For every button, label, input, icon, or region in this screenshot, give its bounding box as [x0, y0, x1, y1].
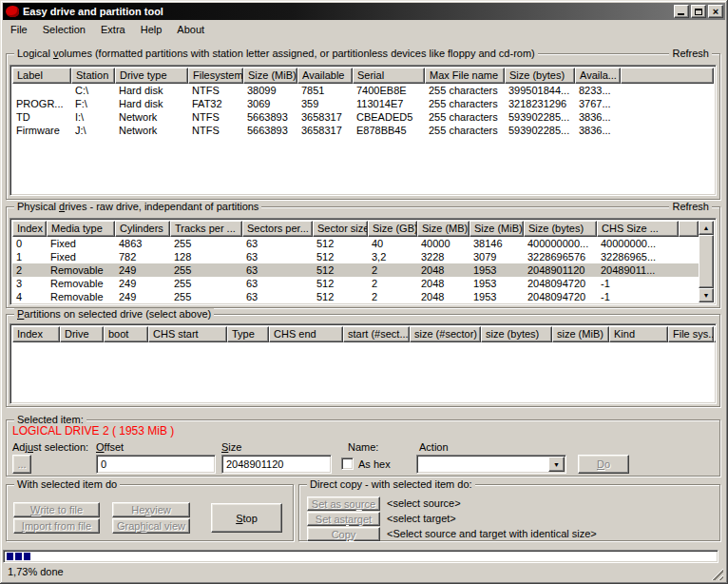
physical-drives-table[interactable]: ▲ ▼ IndexMedia typeCylindersTracks per .…: [10, 218, 717, 305]
column-header[interactable]: Index: [12, 326, 60, 342]
triangle-down-icon: ▼: [703, 292, 710, 299]
column-header[interactable]: Station: [71, 68, 115, 84]
logical-volumes-group: Logical volumes (formatted partitions wi…: [6, 53, 720, 200]
column-header[interactable]: Cylinders: [115, 221, 170, 237]
menu-extra[interactable]: Extra: [93, 22, 133, 37]
scroll-down-button[interactable]: ▼: [699, 288, 714, 302]
column-header[interactable]: Type: [227, 326, 269, 342]
physical-drives-refresh-link[interactable]: Refresh: [669, 201, 712, 213]
adjust-ellipsis-button[interactable]: ...: [12, 455, 31, 474]
table-row[interactable]: 1Fixed782128635123,232283079322869657632…: [12, 250, 699, 263]
table-cell: 128: [170, 250, 242, 263]
column-header[interactable]: Drive type: [115, 68, 188, 84]
table-cell: 1953: [469, 290, 524, 302]
logical-volumes-refresh-link[interactable]: Refresh: [669, 48, 712, 60]
column-header-filler: [714, 326, 717, 342]
column-header[interactable]: Size (MiB): [243, 68, 297, 84]
column-header[interactable]: Kind: [609, 326, 668, 342]
table-row[interactable]: 3Removable249255635122204819532048094720…: [12, 277, 699, 290]
progress-block: [15, 553, 22, 560]
as-hex-checkbox[interactable]: [341, 457, 354, 470]
partitions-table[interactable]: IndexDrivebootCHS startTypeCHS endstart …: [10, 323, 717, 404]
table-row[interactable]: 4Removable249255635122204819532048094720…: [12, 290, 699, 302]
column-header[interactable]: Size (bytes): [505, 68, 575, 84]
column-header[interactable]: Size (MiB): [469, 221, 524, 237]
table-cell: 2048094720: [524, 290, 597, 302]
menu-help[interactable]: Help: [133, 22, 170, 37]
table-cell: 255 characters: [425, 84, 505, 97]
vertical-scrollbar[interactable]: ▲ ▼: [699, 221, 714, 302]
column-header[interactable]: Drive: [60, 326, 104, 342]
column-header[interactable]: Index: [12, 221, 47, 237]
column-header[interactable]: Available: [297, 68, 353, 84]
menu-about[interactable]: About: [169, 22, 212, 37]
table-cell: 3658317: [297, 124, 353, 137]
action-select[interactable]: ▼: [416, 455, 566, 474]
stop-button[interactable]: Stop: [211, 503, 282, 533]
table-row[interactable]: FirmwareJ:\NetworkNTFS56638933658317E878…: [12, 124, 714, 137]
offset-input[interactable]: [96, 455, 216, 474]
column-header[interactable]: Size (MB): [417, 221, 469, 237]
column-header[interactable]: CHS Size ...: [597, 221, 679, 237]
table-cell: -1: [597, 277, 679, 290]
scrollbar-thumb[interactable]: [699, 235, 714, 288]
resize-grip[interactable]: [711, 568, 723, 580]
table-row[interactable]: 0Fixed486325563512404000038146400000000.…: [12, 237, 699, 250]
copy-button[interactable]: Copy: [307, 527, 380, 541]
set-as-target-button[interactable]: Set as target: [307, 512, 380, 526]
table-cell: Removable: [47, 277, 115, 290]
column-header[interactable]: Max File name: [425, 68, 505, 84]
table-cell: 255 characters: [425, 110, 505, 124]
column-header[interactable]: Media type: [47, 221, 115, 237]
graphical-view-button[interactable]: Graphical view: [112, 518, 190, 534]
import-from-file-button[interactable]: Import from file: [13, 518, 100, 534]
table-row[interactable]: C:\Hard diskNTFS3809978517400EB8E255 cha…: [12, 84, 714, 97]
table-cell: 1: [12, 250, 47, 263]
column-header[interactable]: Size (GB): [368, 221, 417, 237]
table-cell: PROGR...: [12, 97, 71, 110]
column-header[interactable]: CHS start: [148, 326, 227, 342]
column-header[interactable]: Size (bytes): [524, 221, 597, 237]
table-row[interactable]: 2Removable249255635122204819532048901120…: [12, 263, 699, 277]
column-header[interactable]: Sector size: [313, 221, 368, 237]
close-button[interactable]: ×: [708, 5, 723, 18]
column-header[interactable]: size (MiB): [552, 326, 609, 342]
column-header[interactable]: size (bytes): [481, 326, 552, 342]
hex-view-button[interactable]: Hex view: [112, 502, 190, 517]
menu-file[interactable]: File: [3, 22, 35, 37]
column-header[interactable]: CHS end: [269, 326, 343, 342]
table-cell: 593902285...: [505, 110, 575, 124]
column-header[interactable]: Tracks per ...: [170, 221, 242, 237]
column-header[interactable]: start (#sect...: [343, 326, 410, 342]
set-as-source-button[interactable]: Set as source: [307, 496, 380, 511]
column-header[interactable]: Serial: [353, 68, 425, 84]
do-button[interactable]: Do: [578, 455, 629, 474]
table-cell: Network: [115, 124, 188, 137]
table-cell: 255: [170, 237, 242, 250]
title-bar[interactable]: Easy drive and partition tool ×: [3, 3, 725, 20]
dropdown-arrow-icon: ▼: [553, 461, 560, 468]
column-header[interactable]: Availa...: [575, 68, 621, 84]
action-select-button[interactable]: ▼: [548, 457, 565, 472]
menu-selection[interactable]: Selection: [35, 22, 93, 37]
column-header[interactable]: size (#sector): [410, 326, 481, 342]
table-cell: 4: [12, 290, 47, 302]
partitions-legend: Partitions on selected drive (select abo…: [14, 308, 214, 321]
scroll-up-button[interactable]: ▲: [699, 221, 714, 235]
write-to-file-button[interactable]: Write to file: [13, 502, 100, 517]
column-header[interactable]: Label: [12, 68, 71, 84]
column-header[interactable]: File sys...: [668, 326, 714, 342]
column-header[interactable]: Filesystem: [188, 68, 243, 84]
logical-volumes-table[interactable]: LabelStationDrive typeFilesystemSize (Mi…: [10, 65, 717, 196]
source-hint: <select source>: [387, 497, 461, 509]
table-cell: 40000: [417, 237, 469, 250]
table-cell: 359: [297, 97, 353, 110]
table-row[interactable]: TDI:\NetworkNTFS56638933658317CBEADED525…: [12, 110, 714, 124]
maximize-button[interactable]: [691, 5, 706, 18]
size-input[interactable]: [221, 455, 332, 474]
column-header[interactable]: Sectors per...: [242, 221, 313, 237]
column-header[interactable]: boot: [104, 326, 148, 342]
table-cell: 2: [368, 290, 417, 302]
table-row[interactable]: PROGR...F:\Hard diskFAT323069359113014E7…: [12, 97, 714, 110]
minimize-button[interactable]: [674, 5, 689, 18]
